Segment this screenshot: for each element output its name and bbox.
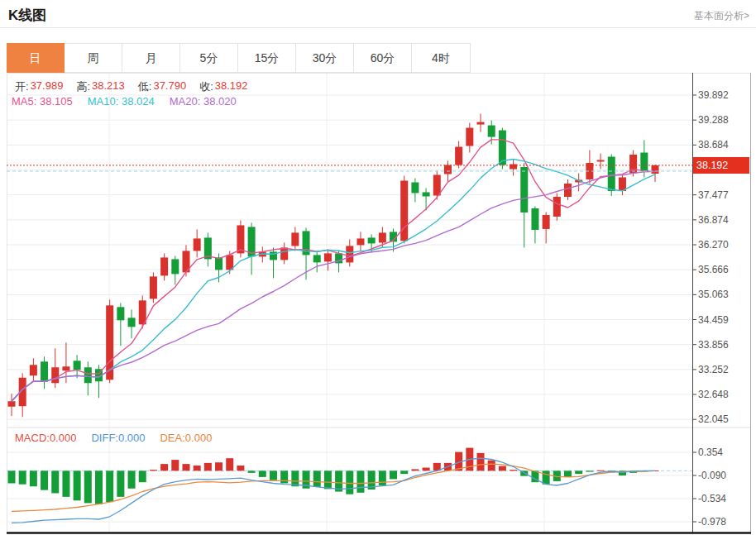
period-tab-bar: 日周月5分15分30分60分4时 (7, 43, 471, 73)
tab-4时[interactable]: 4时 (412, 44, 470, 72)
svg-text:-0.978: -0.978 (698, 516, 726, 528)
ma10-value: 38.024 (122, 95, 155, 107)
svg-text:33.252: 33.252 (698, 364, 729, 375)
svg-text:36.874: 36.874 (698, 214, 729, 226)
page-title: K线图 (8, 6, 46, 25)
tab-15分[interactable]: 15分 (238, 44, 296, 72)
svg-text:37.477: 37.477 (698, 189, 729, 201)
svg-text:34.459: 34.459 (698, 314, 729, 326)
ma5-label: MA5: (12, 95, 36, 107)
macd-info-row: MACD:0.000 DIFF:0.000 DEA:0.000 (15, 432, 212, 444)
diff-value: 0.000 (118, 432, 146, 444)
close-label: 收: (199, 79, 213, 94)
macd-value: 0.000 (50, 432, 77, 444)
ma5-value: 38.105 (40, 95, 73, 107)
tab-5分[interactable]: 5分 (180, 44, 238, 72)
tab-月[interactable]: 月 (122, 44, 180, 72)
svg-text:39.892: 39.892 (698, 89, 729, 101)
svg-text:0.354: 0.354 (698, 447, 723, 458)
svg-text:35.063: 35.063 (698, 289, 729, 300)
tab-周[interactable]: 周 (65, 44, 122, 72)
kline-page: { "page": { "title": "K线图", "link_label"… (0, 0, 756, 535)
svg-text:32.648: 32.648 (698, 389, 729, 400)
svg-text:35.666: 35.666 (698, 264, 729, 275)
high-value: 38.213 (92, 79, 125, 94)
ma20-label: MA20: (170, 95, 201, 107)
ohlc-info-row: 开:37.989 高:38.213 低:37.790 收:38.192 (15, 79, 248, 94)
current-price-badge: 38.192 (693, 157, 749, 174)
ma-info-row: MA5: 38.105 MA10: 38.024 MA20: 38.020 (12, 95, 237, 107)
open-value: 37.989 (31, 79, 64, 94)
ma10-label: MA10: (88, 95, 119, 107)
tab-60分[interactable]: 60分 (354, 44, 412, 72)
low-label: 低: (138, 79, 152, 94)
open-label: 开: (15, 79, 29, 94)
svg-text:39.288: 39.288 (698, 114, 729, 126)
high-label: 高: (76, 79, 90, 94)
diff-label: DIFF: (91, 432, 118, 444)
dea-value: 0.000 (185, 432, 213, 444)
svg-text:33.856: 33.856 (698, 339, 729, 351)
low-value: 37.790 (153, 79, 186, 94)
page-header: K线图 基本面分析> (0, 0, 756, 28)
svg-text:-0.534: -0.534 (698, 493, 726, 504)
tab-30分[interactable]: 30分 (296, 44, 354, 72)
svg-text:32.045: 32.045 (698, 413, 729, 425)
svg-text:-0.090: -0.090 (698, 470, 726, 481)
dea-label: DEA: (160, 432, 184, 444)
fundamental-analysis-link[interactable]: 基本面分析> (694, 9, 749, 23)
ma20-value: 38.020 (203, 95, 237, 107)
tab-日[interactable]: 日 (7, 43, 65, 73)
close-value: 38.192 (215, 79, 248, 94)
macd-label: MACD: (15, 432, 50, 444)
svg-text:38.684: 38.684 (698, 139, 729, 150)
svg-text:36.270: 36.270 (698, 239, 729, 251)
